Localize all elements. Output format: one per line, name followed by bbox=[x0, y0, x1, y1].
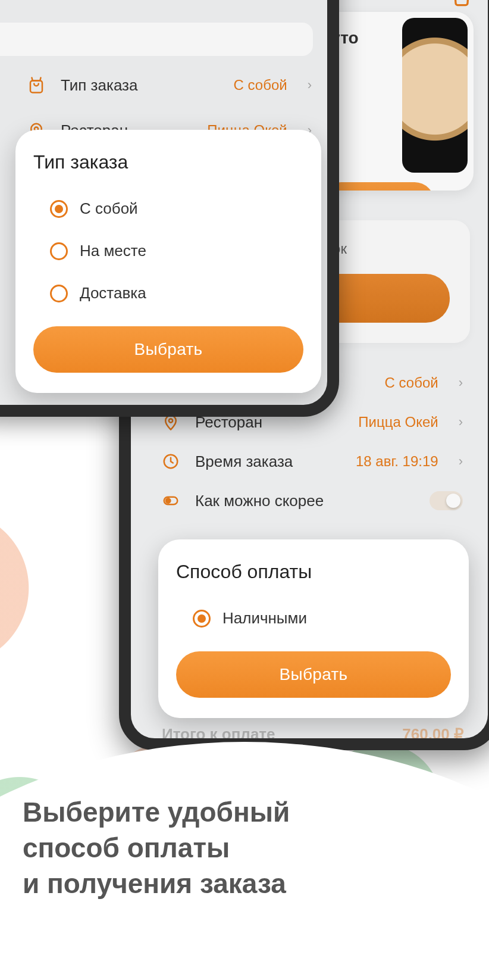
order-type-option-dinein[interactable]: На месте bbox=[33, 230, 303, 272]
marketing-line: Выберите удобный bbox=[23, 795, 451, 831]
marketing-copy: Выберите удобный способ оплаты и получен… bbox=[23, 795, 451, 901]
option-label: Доставка bbox=[80, 284, 146, 302]
order-type-dialog: Тип заказа С собой На месте Доставка Выб… bbox=[15, 130, 321, 393]
option-label: На месте bbox=[80, 242, 146, 260]
dialog-title: Способ оплаты bbox=[176, 561, 451, 583]
radio-unselected-icon bbox=[50, 242, 68, 260]
order-type-option-delivery[interactable]: Доставка bbox=[33, 272, 303, 314]
radio-unselected-icon bbox=[50, 285, 68, 302]
marketing-line: способ оплаты bbox=[23, 831, 451, 866]
option-label: Наличными bbox=[222, 609, 307, 628]
radio-selected-icon bbox=[193, 610, 211, 628]
payment-option-cash[interactable]: Наличными bbox=[176, 597, 451, 639]
payment-method-dialog: Способ оплаты Наличными Выбрать bbox=[158, 539, 469, 718]
phone-frame-order-type: Тип заказа С собой › Ресторан Пицца Окей… bbox=[0, 0, 339, 417]
radio-selected-icon bbox=[50, 200, 68, 218]
order-type-option-takeaway[interactable]: С собой bbox=[33, 188, 303, 230]
confirm-button[interactable]: Выбрать bbox=[33, 326, 303, 373]
dialog-title: Тип заказа bbox=[33, 151, 303, 173]
marketing-line: и получения заказа bbox=[23, 866, 451, 902]
confirm-button[interactable]: Выбрать bbox=[176, 651, 451, 698]
option-label: С собой bbox=[80, 199, 138, 218]
